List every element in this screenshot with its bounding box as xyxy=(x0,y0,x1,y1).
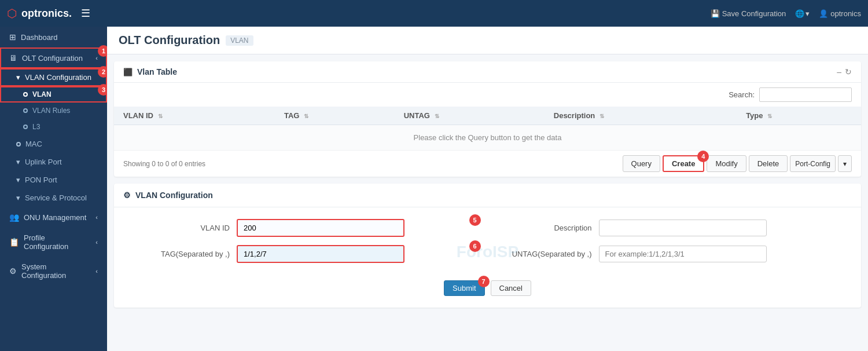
brand: ⬡ optronics. xyxy=(7,6,72,20)
logo-icon: ⬡ xyxy=(7,6,17,20)
sidebar-item-vlan-rules[interactable]: VLAN Rules xyxy=(0,103,107,119)
profile-icon: 📋 xyxy=(9,237,19,247)
sidebar-item-mac[interactable]: MAC xyxy=(0,135,107,153)
empty-message: Please click the Query button to get the… xyxy=(114,125,861,151)
refresh-button[interactable]: ↻ xyxy=(845,67,852,76)
vlan-config-card: ForoISP ⚙ VLAN Configuration VLAN ID 5 D… xyxy=(114,184,861,308)
main-layout: ⊞ Dashboard 🖥 OLT Configuration ‹ 1 ▾ VL… xyxy=(0,27,868,351)
chevron-icon: ‹ xyxy=(95,239,98,246)
badge-3: 3 xyxy=(98,84,107,96)
port-config-button[interactable]: Port-Config xyxy=(790,155,836,172)
chevron-icon: ‹ xyxy=(95,268,98,275)
sidebar-item-vlan[interactable]: VLAN xyxy=(0,86,107,103)
vlan-table: VLAN ID ⇅ TAG ⇅ UNTAG ⇅ Description xyxy=(114,107,861,151)
cancel-button[interactable]: Cancel xyxy=(491,280,531,296)
user-menu-button[interactable]: 👤 optronics xyxy=(819,9,861,18)
save-icon: 💾 xyxy=(711,9,720,18)
card-header: ⬛ Vlan Table – ↻ xyxy=(114,61,861,83)
circle-dot xyxy=(16,142,21,147)
settings-icon: ⚙ xyxy=(9,266,17,276)
search-label: Search: xyxy=(729,90,755,99)
chevron-icon: ‹ xyxy=(95,54,98,61)
badge-5: 5 xyxy=(469,214,481,226)
globe-icon: 🌐 xyxy=(795,9,804,18)
col-untag: UNTAG ⇅ xyxy=(395,107,545,125)
tag-label: TAG(Separated by ,) xyxy=(137,250,230,258)
description-row: Description xyxy=(499,219,838,237)
description-input[interactable] xyxy=(599,220,767,236)
col-tag: TAG ⇅ xyxy=(275,107,395,125)
table-controls: Search: xyxy=(114,83,861,107)
language-button[interactable]: 🌐 ▾ xyxy=(795,9,810,18)
navbar-right: 💾 Save Configuration 🌐 ▾ 👤 optronics xyxy=(711,9,861,18)
sidebar-item-system-config[interactable]: ⚙ System Configuration ‹ xyxy=(0,257,107,286)
col-type: Type ⇅ xyxy=(737,107,861,125)
showing-text: Showing 0 to 0 of 0 entries xyxy=(123,160,205,168)
sidebar-item-dashboard[interactable]: ⊞ Dashboard xyxy=(0,27,107,47)
circle-icon xyxy=(23,125,28,129)
hamburger-icon[interactable]: ☰ xyxy=(81,7,90,20)
page-title: OLT Configuration xyxy=(119,34,220,47)
chevron-icon: ▾ xyxy=(16,158,20,166)
content-area: OLT Configuration VLAN ⬛ Vlan Table – ↻ … xyxy=(107,27,868,351)
sort-icon: ⇅ xyxy=(304,113,308,119)
search-input[interactable] xyxy=(759,87,852,102)
sidebar-item-olt-config[interactable]: 🖥 OLT Configuration ‹ xyxy=(0,47,107,68)
description-label: Description xyxy=(499,224,592,232)
vlan-config-header: ⚙ VLAN Configuration xyxy=(114,184,861,207)
tag-input[interactable] xyxy=(237,245,404,263)
modify-button[interactable]: Modify xyxy=(707,155,746,172)
sidebar-item-l3[interactable]: L3 xyxy=(0,119,107,135)
sidebar-item-pon-port[interactable]: ▾ PON Port xyxy=(0,171,107,189)
sort-icon: ⇅ xyxy=(767,113,772,119)
query-button[interactable]: Query xyxy=(623,155,660,172)
badge-2: 2 xyxy=(98,66,107,78)
sidebar-item-uplink-port[interactable]: ▾ Uplink Port xyxy=(0,153,107,171)
table-footer: Showing 0 to 0 of 0 entries Query Create… xyxy=(114,151,861,177)
table-actions: Query Create 4 Modify Delete Port-Config… xyxy=(623,155,852,172)
port-config-chevron[interactable]: ▾ xyxy=(838,155,852,172)
vlan-id-input[interactable] xyxy=(237,219,404,237)
dashboard-icon: ⊞ xyxy=(9,32,16,42)
user-icon: 👤 xyxy=(819,9,828,18)
table-header-row: VLAN ID ⇅ TAG ⇅ UNTAG ⇅ Description xyxy=(114,107,861,125)
vlan-config-form: VLAN ID 5 Description TAG(Separated by ,… xyxy=(114,207,861,275)
table-icon: ⬛ xyxy=(123,68,133,76)
sort-icon: ⇅ xyxy=(435,113,439,119)
sidebar-item-vlan-config[interactable]: ▾ VLAN Configuration xyxy=(0,68,107,86)
sidebar: ⊞ Dashboard 🖥 OLT Configuration ‹ 1 ▾ VL… xyxy=(0,27,107,351)
untag-input[interactable] xyxy=(599,246,767,262)
logo-text: optronics. xyxy=(21,8,72,20)
sidebar-item-onu-management[interactable]: 👥 ONU Management ‹ xyxy=(0,207,107,228)
chevron-down-icon: ▾ xyxy=(806,9,810,18)
vlan-config-title: VLAN Configuration xyxy=(135,191,213,200)
sidebar-item-service-protocol[interactable]: ▾ Service & Protocol xyxy=(0,189,107,207)
badge-6: 6 xyxy=(469,240,481,252)
sidebar-item-profile-config[interactable]: 📋 Profile Configuration ‹ xyxy=(0,228,107,257)
vlan-table-card: ⬛ Vlan Table – ↻ Search: VLAN ID ⇅ xyxy=(114,61,861,177)
card-title: Vlan Table xyxy=(137,67,177,76)
untag-label: UNTAG(Separated by ,) xyxy=(499,250,592,258)
col-description: Description ⇅ xyxy=(545,107,737,125)
circle-icon xyxy=(23,92,28,97)
col-vlan-id: VLAN ID ⇅ xyxy=(114,107,275,125)
config-icon: ⚙ xyxy=(123,191,131,200)
sort-icon: ⇅ xyxy=(158,113,163,119)
sort-icon: ⇅ xyxy=(599,113,604,119)
vlan-id-row: VLAN ID 5 xyxy=(137,219,476,237)
vlan-id-label: VLAN ID xyxy=(137,224,230,232)
chevron-icon: ‹ xyxy=(95,214,98,221)
circle-icon xyxy=(23,108,28,113)
chevron-icon: ▾ xyxy=(16,193,20,202)
table-empty-row: Please click the Query button to get the… xyxy=(114,125,861,151)
tag-row: TAG(Separated by ,) 6 xyxy=(137,245,476,263)
monitor-icon: 🖥 xyxy=(9,53,17,63)
chevron-icon: ▾ xyxy=(16,176,20,184)
delete-button[interactable]: Delete xyxy=(749,155,788,172)
badge-7: 7 xyxy=(478,276,490,287)
form-actions: Submit 7 Cancel xyxy=(114,275,861,308)
save-config-button[interactable]: 💾 Save Configuration xyxy=(711,9,786,18)
minimize-button[interactable]: – xyxy=(837,67,841,76)
chevron-down-icon: ▾ xyxy=(16,73,20,82)
untag-row: UNTAG(Separated by ,) xyxy=(499,245,838,263)
